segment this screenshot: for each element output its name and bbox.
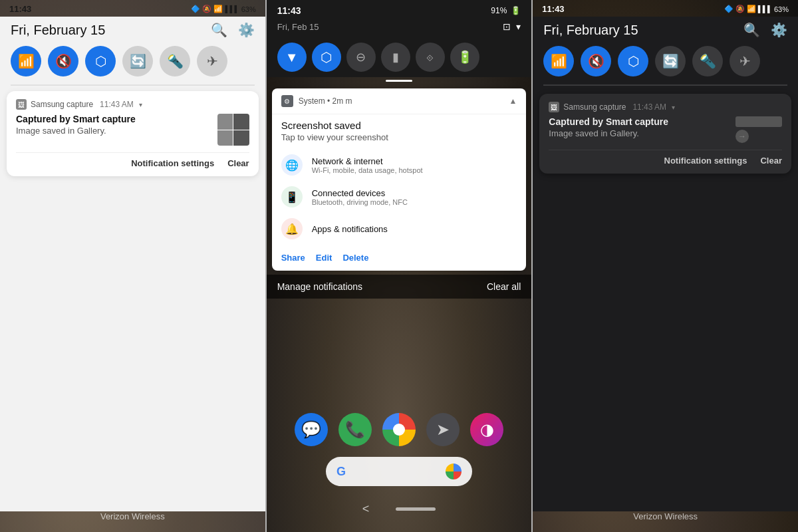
google-search-bar[interactable]: G — [326, 457, 472, 486]
wifi-tile-icon: 📶 — [18, 53, 35, 69]
nav-home-pill[interactable] — [396, 507, 436, 511]
clear-all-btn[interactable]: Clear all — [487, 281, 521, 292]
quick-tiles-left: 📶 🔇 ⬡ 🔄 🔦 ✈ — [0, 41, 265, 82]
notif-clear-btn-left[interactable]: Clear — [227, 158, 249, 168]
shade-divider-left — [11, 84, 255, 86]
pixel-app-icon[interactable]: ◑ — [470, 413, 503, 446]
right-panel: 11:43 🔷 🔕 📶 ▌▌▌ 63% Fri, February 15 🔍 ⚙… — [533, 0, 798, 532]
google-assistant-icon[interactable] — [446, 464, 462, 479]
apps-title: Apps & notifications — [312, 224, 388, 234]
screenshot-notification[interactable]: ⚙ System • 2m m ▲ Screenshot saved Tap t… — [272, 88, 527, 271]
tile-wifi-center[interactable]: ▼ — [277, 43, 307, 72]
search-icon-left[interactable]: 🔍 — [211, 22, 227, 38]
time-center: 11:43 — [277, 5, 301, 16]
settings-icon-left[interactable]: ⚙️ — [238, 22, 255, 38]
status-icons-center: 91% 🔋 — [491, 6, 521, 15]
rotate-icon-center: ⟐ — [426, 51, 434, 65]
status-icons-left: 🔷 🔕 📶 ▌▌▌ 63% — [191, 5, 255, 13]
signal-icon: ▌▌▌ — [225, 5, 239, 13]
notif-settings-btn-right[interactable]: Notification settings — [664, 156, 747, 166]
wifi-tile-icon-right: 📶 — [551, 53, 567, 69]
tile-bt-center[interactable]: ⬡ — [312, 43, 341, 72]
share-btn[interactable]: Share — [281, 253, 305, 263]
network-text: Network & internet Wi-Fi, mobile, data u… — [312, 156, 423, 174]
notif-app-name-left: Samsung capture — [31, 100, 93, 109]
notif-actions-right: Notification settings Clear — [549, 150, 782, 166]
chrome-app-icon[interactable] — [382, 413, 416, 446]
messages-app-icon[interactable]: 💬 — [295, 413, 328, 446]
date-bar-center: Fri, Feb 15 ⊡ ▾ — [267, 19, 532, 37]
tile-rotate-center[interactable]: ⟐ — [416, 43, 445, 72]
notif-body-right: Image saved in Gallery. — [549, 128, 668, 138]
screenshot-time-ago: • — [327, 96, 332, 106]
dnd-icon-center: ⊖ — [356, 50, 366, 65]
notif-main-left: Captured by Smart capture Image saved in… — [16, 114, 249, 146]
manage-notifications-btn[interactable]: Manage notifications — [277, 281, 362, 292]
bt-tile-icon: ⬡ — [95, 53, 106, 69]
notif-actions-left: Notification settings Clear — [16, 152, 249, 168]
status-bar-center: 11:43 91% 🔋 — [267, 0, 532, 19]
nav-back-icon[interactable]: < — [362, 502, 370, 516]
tile-flash-right[interactable]: 🔦 — [692, 46, 723, 76]
tile-airplane-right[interactable]: ✈ — [730, 46, 760, 76]
search-icon-right[interactable]: 🔍 — [743, 22, 760, 38]
settings-item-apps[interactable]: 🔔 Apps & notifications — [272, 213, 527, 245]
notif-expand-right[interactable]: ▾ — [672, 104, 675, 111]
tile-bt-right[interactable]: ⬡ — [618, 46, 648, 76]
devices-sub: Bluetooth, driving mode, NFC — [312, 198, 408, 206]
tile-bluetooth-left[interactable]: ⬡ — [85, 46, 116, 76]
notif-settings-btn-left[interactable]: Notification settings — [131, 158, 214, 168]
rotate-tile-icon-right: 🔄 — [662, 53, 679, 69]
tile-flash-center[interactable]: ▮ — [381, 43, 410, 72]
notification-shade-left: Fri, February 15 🔍 ⚙️ 📶 🔇 ⬡ 🔄 — [0, 17, 265, 511]
tile-dnd-center[interactable]: ⊖ — [346, 43, 376, 72]
notification-card-right[interactable]: 🖼 Samsung capture 11:43 AM ▾ Captured by… — [539, 94, 791, 174]
notif-app-icon-right: 🖼 — [549, 102, 559, 112]
tile-rotate-right[interactable]: 🔄 — [655, 46, 686, 76]
settings-icon-right[interactable]: ⚙️ — [771, 22, 787, 38]
date-row-left: Fri, February 15 🔍 ⚙️ — [0, 17, 265, 41]
shade-dark: Fri, February 15 🔍 ⚙️ 📶 🔇 ⬡ 🔄 — [533, 17, 798, 511]
send-app-icon[interactable]: ➤ — [426, 413, 460, 446]
tile-wifi-right[interactable]: 📶 — [543, 46, 574, 76]
tile-wifi-left[interactable]: 📶 — [11, 46, 41, 76]
devices-title: Connected devices — [312, 188, 408, 198]
edit-btn[interactable]: Edit — [316, 253, 332, 263]
tile-mute-left[interactable]: 🔇 — [48, 46, 78, 76]
signal-icon-right: ▌▌▌ — [758, 5, 772, 13]
settings-item-network[interactable]: 🌐 Network & internet Wi-Fi, mobile, data… — [272, 149, 527, 181]
date-center: Fri, Feb 15 — [277, 22, 319, 32]
panel-sep-left — [265, 0, 267, 532]
notif-expand-left[interactable]: ▾ — [139, 101, 142, 108]
settings-item-devices[interactable]: 📱 Connected devices Bluetooth, driving m… — [272, 181, 527, 213]
screenshot-expand-icon[interactable]: ▲ — [509, 96, 517, 106]
notif-app-icon-left: 🖼 — [16, 99, 27, 110]
carrier-left: Verizon Wireless — [0, 511, 265, 532]
tile-flash-left[interactable]: 🔦 — [160, 46, 190, 76]
notification-card-left[interactable]: 🖼 Samsung capture 11:43 AM ▾ Captured by… — [7, 91, 259, 176]
rotate-tile-icon: 🔄 — [130, 53, 146, 69]
screenshot-header: ⚙ System • 2m m ▲ — [272, 88, 527, 114]
devices-text: Connected devices Bluetooth, driving mod… — [312, 188, 408, 206]
tile-mute-right[interactable]: 🔇 — [581, 46, 611, 76]
notif-clear-btn-right[interactable]: Clear — [760, 156, 782, 166]
network-icon: 🌐 — [281, 154, 303, 176]
bt-tile-icon-right: ⬡ — [628, 53, 639, 69]
phone-app-icon[interactable]: 📞 — [338, 413, 372, 446]
tile-airplane-left[interactable]: ✈ — [197, 46, 227, 76]
delete-btn[interactable]: Delete — [342, 253, 368, 263]
time-right: 11:43 — [542, 4, 564, 14]
screenshot-subtitle: Tap to view your screenshot — [272, 132, 527, 146]
panel-sep-right — [531, 0, 533, 532]
notif-title-right: Captured by Smart capture — [549, 116, 668, 127]
notif-time-left: 11:43 AM — [100, 100, 134, 109]
notif-body-left: Image saved in Gallery. — [16, 126, 136, 136]
flash-tile-icon-right: 🔦 — [700, 53, 716, 69]
screenshot-time-unit: m — [346, 96, 352, 106]
tile-rotate-left[interactable]: 🔄 — [122, 46, 153, 76]
notif-header-right: 🖼 Samsung capture 11:43 AM ▾ — [549, 102, 782, 112]
devices-icon: 📱 — [281, 186, 303, 207]
status-bar-left: 11:43 🔷 🔕 📶 ▌▌▌ 63% — [0, 0, 265, 17]
tile-battery-center[interactable]: 🔋 — [450, 43, 479, 72]
settings-items-list: 🌐 Network & internet Wi-Fi, mobile, data… — [272, 146, 527, 247]
